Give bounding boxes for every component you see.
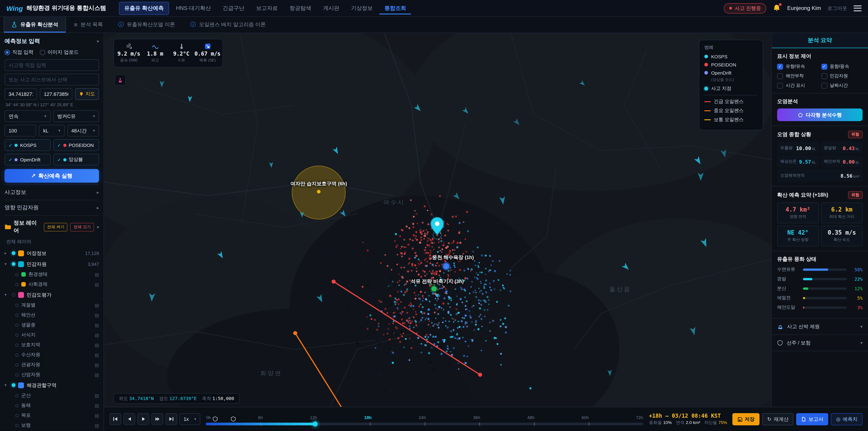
nav-item-weather[interactable]: 기상정보 (346, 2, 378, 14)
radio-direct-input[interactable]: 직접 입력 (4, 49, 33, 56)
checkbox-time[interactable]: ✓시간 표시 (777, 82, 818, 89)
map-pick-button[interactable]: 지도 (75, 88, 99, 100)
polygon-analysis-button[interactable]: 다각형 분석수행 (777, 109, 863, 121)
layer-item[interactable]: 관광자원▤ (4, 360, 99, 370)
map-tool-button[interactable] (115, 74, 126, 86)
checkbox-datetime[interactable]: ✓날짜시간 (821, 82, 863, 89)
layer-toggle[interactable] (16, 373, 19, 376)
layer-item[interactable]: 보령▤ (4, 420, 99, 430)
subtab-analysis-list[interactable]: ≡ 분석 목록 (67, 17, 110, 33)
layer-item[interactable]: 목포▤ (4, 410, 99, 420)
predict-button[interactable]: ◎예측치 (831, 413, 863, 425)
nav-item-rescue[interactable]: 긴급구난 (218, 2, 249, 14)
layer-style-icon[interactable]: ▤ (95, 403, 99, 408)
nav-item-aerial-search[interactable]: 항공탐색 (285, 2, 316, 14)
logout-button[interactable]: 로그아웃 (827, 5, 847, 11)
layer-group-fisheries[interactable]: ▸ 어장정보 17,129 (4, 248, 99, 258)
subtab-diffusion-analysis[interactable]: 유출유 확산분석 (4, 17, 66, 33)
collapse-icon[interactable]: ▾ (4, 293, 9, 297)
layer-toggle[interactable] (16, 333, 19, 337)
map-area[interactable]: 9.2 m/s 풍속 (SW) 1.8 m 파고 9.2°C 수온 (104, 33, 771, 407)
checkbox-shoreline[interactable]: ✓해안부착 (777, 73, 818, 79)
layer-toggle[interactable] (12, 251, 16, 255)
save-button[interactable]: 저장 (733, 413, 760, 425)
notifications-button[interactable] (773, 4, 781, 12)
model-toggle-ensemble[interactable]: ✓앙상블 (53, 154, 99, 165)
layer-style-icon[interactable]: ▤ (95, 303, 99, 308)
layer-toggle[interactable] (16, 363, 19, 366)
layer-toggle[interactable] (16, 394, 19, 397)
duration-select[interactable]: 48시간▾ (67, 125, 99, 136)
model-toggle-opendrift[interactable]: ✓OpenDrift (4, 154, 51, 165)
layer-item-socio[interactable]: 사회경제▤ (4, 279, 99, 289)
layer-toggle[interactable] (16, 283, 19, 286)
unit-select[interactable]: kL▾ (39, 125, 64, 136)
timeline-slider[interactable] (206, 423, 644, 425)
oil-type-select[interactable]: 벙커C유▾ (53, 110, 99, 122)
model-toggle-poseidon[interactable]: ✓POSEIDON (53, 139, 99, 151)
checkbox-sensitive[interactable]: ✓민감자원 (821, 73, 863, 79)
layer-item[interactable]: 서식지▤ (4, 330, 99, 340)
layer-style-icon[interactable]: ▤ (95, 362, 99, 367)
layer-style-icon[interactable]: ▤ (95, 282, 99, 287)
layer-group-coastguard[interactable]: ▾ 해경관할구역 (4, 380, 99, 391)
skip-end-button[interactable] (165, 413, 177, 425)
section-vessel-specs[interactable]: 사고 선박 제원▾ (772, 319, 868, 335)
layer-item[interactable]: 해안선▤ (4, 310, 99, 320)
layer-toggle[interactable] (16, 353, 19, 357)
timeline-handle[interactable] (313, 421, 318, 426)
longitude-input[interactable] (40, 88, 72, 100)
layer-group-sensitive-resources[interactable]: ▾ 민감자원 3,947 (4, 258, 99, 269)
layer-style-icon[interactable]: ▤ (95, 423, 99, 428)
layer-toggle[interactable] (16, 324, 19, 327)
menu-button[interactable] (854, 5, 862, 11)
layer-style-icon[interactable]: ▤ (95, 313, 99, 317)
layer-style-icon[interactable]: ▤ (95, 342, 99, 347)
layer-style-icon[interactable]: ▤ (95, 393, 99, 398)
section-accident-info[interactable]: 사고정보▸ (4, 184, 99, 200)
subtab-boom-theory[interactable]: ⓘ 오일펜스 배치 알고리즘 이론 (183, 17, 273, 33)
checkbox-wind[interactable]: ✓풍향/풍속 (821, 63, 863, 70)
checkbox-current[interactable]: ✓유향/유속 (777, 63, 818, 70)
analysis-summary-tab[interactable]: 분석 요약 (772, 33, 868, 49)
fence-event-marker-3h[interactable] (231, 416, 236, 422)
step-back-button[interactable] (123, 413, 135, 425)
section-owner-insurance[interactable]: 선주 / 보험▾ (772, 335, 868, 351)
subtab-model-theory[interactable]: ⓘ 유출유확산모델 이론 (111, 17, 182, 33)
nav-item-board[interactable]: 게시판 (318, 2, 344, 14)
layer-item[interactable]: 수산자원▤ (4, 350, 99, 360)
layer-toggle[interactable] (16, 424, 19, 427)
section-impact-resources[interactable]: 영향 민감자원▸ (4, 200, 99, 215)
layer-style-icon[interactable]: ▤ (95, 322, 99, 328)
expand-icon[interactable]: ▸ (4, 251, 9, 255)
layers-all-off-button[interactable]: 전체 끄기 (70, 223, 94, 231)
layer-toggle[interactable] (16, 273, 19, 276)
nav-item-integrated-search[interactable]: 통합조회 (379, 2, 411, 14)
skip-start-button[interactable] (110, 413, 121, 425)
layer-group-sensitivity[interactable]: ▾ 민감도평가 (4, 289, 99, 300)
layer-toggle[interactable] (12, 262, 16, 266)
amount-input[interactable] (4, 125, 36, 136)
layer-toggle[interactable] (16, 343, 19, 346)
nav-item-reports[interactable]: 보고자료 (251, 2, 283, 14)
spill-type-select[interactable]: 연속▾ (4, 110, 51, 122)
accident-list-input[interactable] (4, 74, 99, 86)
layer-style-icon[interactable]: ▤ (95, 272, 99, 277)
layer-toggle[interactable] (16, 304, 19, 307)
layer-toggle[interactable] (12, 293, 16, 297)
incident-status-badge[interactable]: 사고 진행중 (724, 3, 766, 13)
master-layer-label[interactable]: 전체 레이어 (4, 237, 99, 248)
fence-event-marker-1h[interactable] (213, 416, 218, 422)
speed-select[interactable]: 1x▾ (180, 413, 200, 425)
layer-item[interactable]: 생물종▤ (4, 320, 99, 330)
layer-style-icon[interactable]: ▤ (95, 333, 99, 337)
collapse-icon[interactable]: ▾ (4, 262, 9, 266)
layer-toggle[interactable] (16, 404, 19, 407)
layer-item[interactable]: 보호지역▤ (4, 340, 99, 350)
layer-item-eco[interactable]: 환경생태▤ (4, 269, 99, 279)
nav-item-hns[interactable]: HNS·대기확산 (171, 2, 216, 14)
fast-forward-button[interactable] (151, 413, 163, 425)
layer-item[interactable]: 계절별▤ (4, 300, 99, 310)
panel-collapse-chevron[interactable]: ▾ (97, 39, 99, 44)
layer-item[interactable]: 산업자원▤ (4, 370, 99, 380)
